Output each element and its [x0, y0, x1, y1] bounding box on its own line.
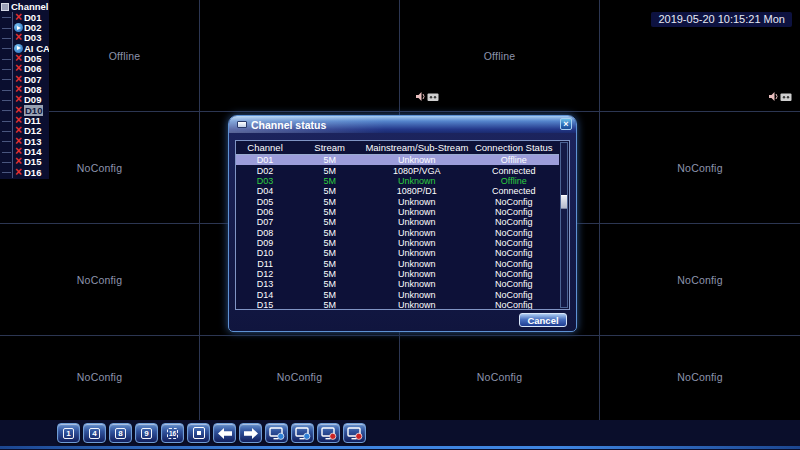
table-cell: 1080P/VGA: [365, 166, 468, 176]
table-cell: 5M: [294, 217, 365, 227]
arrow-left-icon: [218, 428, 232, 439]
table-cell: Unknown: [365, 217, 468, 227]
monitor-icon: [269, 427, 285, 440]
view-4-button[interactable]: 4: [83, 423, 106, 443]
video-cell-status-label: NoConfig: [677, 162, 722, 174]
view-16-button[interactable]: 16: [161, 423, 184, 443]
channel-label: D07: [24, 74, 41, 85]
table-row[interactable]: D145MUnknownNoConfig: [236, 289, 559, 299]
table-row[interactable]: D135MUnknownNoConfig: [236, 279, 559, 289]
channel-sidebar: Channel ×D01D02×D03AI CAM×D05×D06×D07×D0…: [0, 0, 49, 179]
video-cell-3[interactable]: Offline: [400, 0, 600, 112]
view-8-button[interactable]: 8: [109, 423, 132, 443]
table-cell: Unknown: [365, 197, 468, 207]
table-cell: NoConfig: [469, 259, 559, 269]
table-cell: D11: [236, 259, 294, 269]
channel-label: D15: [24, 156, 41, 167]
snapshot-button[interactable]: [291, 423, 314, 443]
table-cell: 5M: [294, 300, 365, 309]
record-button[interactable]: [317, 423, 340, 443]
channel-label: D05: [24, 53, 41, 64]
table-cell: NoConfig: [469, 197, 559, 207]
channel-label: D10: [24, 105, 43, 116]
channel-label: D14: [24, 146, 41, 157]
video-cell-12[interactable]: NoConfig: [600, 224, 800, 336]
table-cell: 5M: [294, 259, 365, 269]
monitor-icon: [321, 427, 337, 440]
table-cell: NoConfig: [469, 279, 559, 289]
table-cell: D12: [236, 269, 294, 279]
table-scrollbar[interactable]: [560, 142, 568, 308]
table-cell: Unknown: [365, 269, 468, 279]
table-cell: Unknown: [365, 238, 468, 248]
fullscreen-button[interactable]: [187, 423, 210, 443]
dialog-titlebar: Channel status ×: [229, 116, 576, 133]
sidebar-item-d03[interactable]: ×D03: [13, 33, 49, 43]
playback-button[interactable]: [343, 423, 366, 443]
toolbar-buttons: 148916: [57, 423, 800, 443]
channel-tree-root[interactable]: Channel: [1, 1, 49, 12]
video-cell-2[interactable]: [200, 0, 400, 112]
table-row[interactable]: D025M1080P/VGAConnected: [236, 165, 559, 175]
channel-label: D09: [24, 94, 41, 105]
table-cell: D14: [236, 290, 294, 300]
table-cell: D03: [236, 176, 294, 186]
table-row[interactable]: D045M1080P/D1Connected: [236, 186, 559, 196]
next-page-button[interactable]: [239, 423, 262, 443]
table-cell: 5M: [294, 228, 365, 238]
table-cell: D02: [236, 166, 294, 176]
table-cell: NoConfig: [469, 207, 559, 217]
video-cell-status-label: NoConfig: [77, 162, 122, 174]
table-row[interactable]: D095MUnknownNoConfig: [236, 238, 559, 248]
table-cell: D09: [236, 238, 294, 248]
table-row[interactable]: D085MUnknownNoConfig: [236, 227, 559, 237]
table-cell: Unknown: [365, 290, 468, 300]
table-cell: Connected: [469, 186, 559, 196]
video-cell-status-label: NoConfig: [677, 371, 722, 383]
table-cell: Unknown: [365, 207, 468, 217]
table-row[interactable]: D065MUnknownNoConfig: [236, 207, 559, 217]
table-cell: Unknown: [365, 176, 468, 186]
monitor-icon: [295, 427, 311, 440]
sidebar-item-d16[interactable]: ×D16: [13, 167, 49, 177]
table-cell: D01: [236, 155, 294, 165]
table-row[interactable]: D155MUnknownNoConfig: [236, 300, 559, 309]
sidebar-item-d01[interactable]: ×D01: [13, 12, 49, 22]
channel-label: D08: [24, 84, 41, 95]
table-row[interactable]: D125MUnknownNoConfig: [236, 269, 559, 279]
table-cell: Unknown: [365, 279, 468, 289]
table-row[interactable]: D035MUnknownOffline: [236, 176, 559, 186]
dvr-live-view-screen: OfflineOfflineNoConfigNoConfigNoConfigNo…: [0, 0, 800, 450]
video-cell-9[interactable]: NoConfig: [0, 224, 200, 336]
prev-page-button[interactable]: [213, 423, 236, 443]
scrollbar-thumb[interactable]: [561, 195, 567, 209]
channel-label: D11: [24, 115, 41, 126]
dialog-footer: Cancel: [229, 310, 576, 331]
channel-label: D02: [24, 22, 41, 33]
table-cell: NoConfig: [469, 300, 559, 309]
video-cell-8[interactable]: NoConfig: [600, 112, 800, 224]
channel-offline-icon: ×: [14, 168, 23, 177]
table-cell: D08: [236, 228, 294, 238]
table-cell: NoConfig: [469, 290, 559, 300]
table-cell: 5M: [294, 186, 365, 196]
table-row[interactable]: D115MUnknownNoConfig: [236, 258, 559, 268]
table-cell: 5M: [294, 176, 365, 186]
cancel-button[interactable]: Cancel: [519, 313, 567, 327]
channel-root-icon: [1, 3, 9, 11]
channel-label: D03: [24, 32, 41, 43]
close-icon[interactable]: ×: [560, 118, 572, 130]
table-row[interactable]: D105MUnknownNoConfig: [236, 248, 559, 258]
table-row[interactable]: D075MUnknownNoConfig: [236, 217, 559, 227]
dialog-title: Channel status: [251, 119, 326, 131]
split-view-4-icon: 4: [89, 428, 100, 439]
view-1-button[interactable]: 1: [57, 423, 80, 443]
table-cell: 5M: [294, 279, 365, 289]
view-9-button[interactable]: 9: [135, 423, 158, 443]
table-row[interactable]: D015MUnknownOffline: [236, 155, 559, 165]
table-row[interactable]: D055MUnknownNoConfig: [236, 196, 559, 206]
table-cell: D15: [236, 300, 294, 309]
table-cell: D13: [236, 279, 294, 289]
tour-button[interactable]: [265, 423, 288, 443]
channel-label: D06: [24, 63, 41, 74]
